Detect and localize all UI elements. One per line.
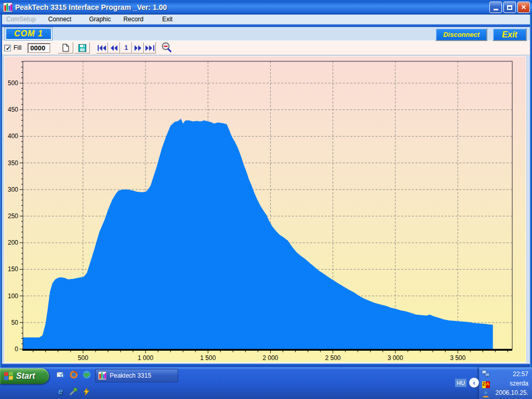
svg-text:250: 250 <box>8 212 18 220</box>
svg-text:350: 350 <box>8 159 18 167</box>
za-tray-icon[interactable]: ZA <box>482 380 490 389</box>
svg-text:500: 500 <box>78 354 88 361</box>
svg-text:100: 100 <box>8 292 18 300</box>
record-navigation: 1 <box>96 42 156 54</box>
menu-graphic[interactable]: Graphic <box>83 16 117 23</box>
save-icon <box>78 44 86 52</box>
menu-bar: ComSetup Connect Graphic Record Exit <box>0 15 532 24</box>
clock-time: 22:57 <box>513 370 528 378</box>
client-area: 0501001502002503003504004505005001 0001 … <box>0 55 532 367</box>
svg-text:300: 300 <box>8 186 18 193</box>
taskbar: Start e Peaktech 3315 HU ‹ ZA <box>0 367 532 399</box>
connection-row: COM 1 Disconnect Exit <box>0 27 532 41</box>
internet-explorer-icon[interactable]: e <box>56 387 65 396</box>
clock-date: 2006.10.25. <box>496 389 528 396</box>
record-counter-field[interactable] <box>28 43 50 53</box>
app-icon <box>98 371 107 380</box>
start-label: Start <box>16 371 35 381</box>
maximize-icon <box>507 5 512 10</box>
first-record-button[interactable] <box>96 42 108 54</box>
tool-icon[interactable] <box>69 387 78 396</box>
globe-icon[interactable] <box>82 370 91 379</box>
close-button[interactable]: ✕ <box>517 2 530 13</box>
svg-text:400: 400 <box>8 132 18 140</box>
svg-text:2 500: 2 500 <box>325 354 341 361</box>
previous-page-button[interactable] <box>108 42 120 54</box>
user-tray-icon[interactable] <box>482 390 490 398</box>
svg-text:1 500: 1 500 <box>200 354 216 361</box>
task-button-label: Peaktech 3315 <box>110 372 151 379</box>
network-tray-icon[interactable] <box>482 369 490 378</box>
com-port-badge: COM 1 <box>5 28 52 40</box>
fill-label: Fill <box>14 44 21 51</box>
rewind-icon <box>111 45 118 51</box>
chart-panel: 0501001502002503003504004505005001 0001 … <box>4 56 526 363</box>
svg-text:2 000: 2 000 <box>263 354 278 361</box>
zoom-out-button[interactable] <box>160 42 174 54</box>
next-page-button[interactable] <box>132 42 144 54</box>
exit-button[interactable]: Exit <box>493 28 527 41</box>
svg-text:500: 500 <box>8 79 18 87</box>
new-record-button[interactable] <box>58 42 73 54</box>
minimize-icon <box>494 9 498 10</box>
fill-checkbox[interactable]: ✓ <box>4 45 11 51</box>
firefox-icon[interactable] <box>69 370 78 379</box>
app-icon <box>3 3 12 12</box>
window-border-left <box>0 15 2 367</box>
window-border-right <box>530 15 532 367</box>
chevron-left-icon: ‹ <box>473 379 475 387</box>
svg-text:0: 0 <box>15 345 18 353</box>
menu-connect[interactable]: Connect <box>42 16 78 23</box>
skip-to-end-icon <box>145 45 154 51</box>
maximize-button[interactable] <box>503 2 516 13</box>
app-window: PeakTech 3315 Interface Program _Ver: 1.… <box>0 0 532 367</box>
svg-text:150: 150 <box>8 265 18 273</box>
clock-area: 22:57 szerda 2006.10.25. <box>491 370 528 396</box>
page-number-button[interactable]: 1 <box>120 42 132 54</box>
toolbar: ✓ Fill 1 <box>0 41 532 55</box>
tray-chevron-button[interactable]: ‹ <box>469 378 479 388</box>
disconnect-button[interactable]: Disconnect <box>435 28 487 41</box>
taskbar-app-button[interactable]: Peaktech 3315 <box>95 369 178 382</box>
svg-text:450: 450 <box>8 106 18 113</box>
fast-forward-icon <box>135 45 142 51</box>
svg-text:3 000: 3 000 <box>388 354 403 361</box>
skip-to-start-icon <box>98 45 107 51</box>
checkmark-icon: ✓ <box>6 45 11 52</box>
svg-text:200: 200 <box>8 239 18 246</box>
title-bar: PeakTech 3315 Interface Program _Ver: 1.… <box>0 0 532 15</box>
mail-icon[interactable] <box>56 370 65 379</box>
menu-comsetup[interactable]: ComSetup <box>0 16 42 23</box>
last-record-button[interactable] <box>144 42 156 54</box>
language-indicator[interactable]: HU <box>455 379 467 387</box>
close-icon: ✕ <box>521 4 526 11</box>
svg-text:3 500: 3 500 <box>450 354 466 361</box>
windows-logo-icon <box>4 371 14 380</box>
measurement-chart: 0501001502002503003504004505005001 0001 … <box>5 57 526 361</box>
menu-record[interactable]: Record <box>117 16 150 23</box>
blank-page-icon <box>62 44 69 52</box>
clock-day: szerda <box>510 380 528 387</box>
winamp-icon[interactable] <box>82 387 91 396</box>
start-button[interactable]: Start <box>0 368 49 384</box>
menu-exit[interactable]: Exit <box>156 16 179 23</box>
svg-text:50: 50 <box>11 319 19 326</box>
minimize-button[interactable] <box>489 2 502 13</box>
window-bottom-edge <box>0 363 532 367</box>
save-button[interactable] <box>74 42 90 54</box>
window-title: PeakTech 3315 Interface Program _Ver: 1.… <box>15 3 488 11</box>
magnifier-minus-icon <box>161 42 172 54</box>
svg-text:1 000: 1 000 <box>138 354 153 361</box>
